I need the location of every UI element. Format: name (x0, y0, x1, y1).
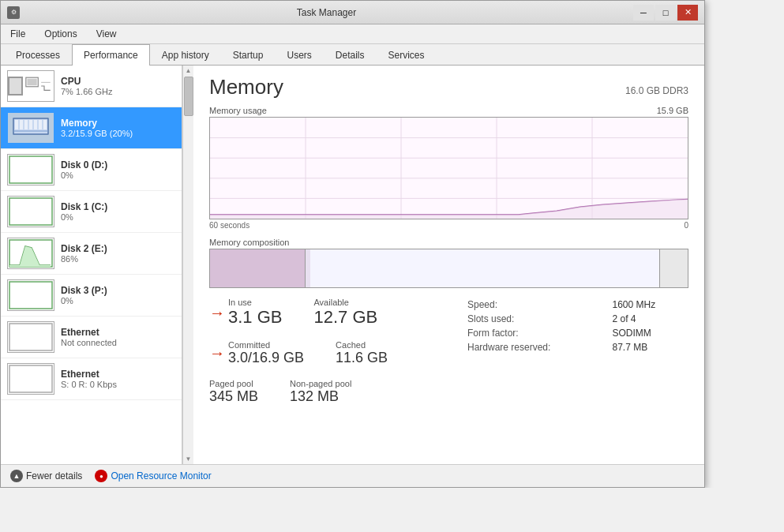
menu-view[interactable]: View (93, 27, 120, 41)
stats-left: → In use 3.1 GB Available 12.7 GB (209, 298, 467, 413)
stat-paged-pool: Paged pool 345 MB (209, 379, 258, 405)
memory-sub: 3.2/15.9 GB (20%) (61, 129, 175, 138)
disk1-icon (7, 196, 54, 227)
tab-users[interactable]: Users (275, 44, 323, 66)
tab-startup[interactable]: Startup (221, 44, 276, 66)
content-title: Memory (209, 75, 283, 99)
open-monitor-label: Open Resource Monitor (111, 470, 211, 481)
available-label: Available (313, 298, 377, 307)
eth0-label: Ethernet (61, 327, 175, 338)
maximize-button[interactable]: □ (655, 5, 676, 21)
right-stats-table: Speed: 1600 MHz Slots used: 2 of 4 Form … (467, 298, 688, 354)
arrow-in-use-icon: → (209, 304, 225, 322)
window-controls: ─ □ ✕ (633, 5, 698, 21)
scrollbar-thumb[interactable] (184, 77, 193, 116)
paged-pool-label: Paged pool (209, 379, 258, 388)
svg-rect-14 (9, 198, 52, 225)
composition-label: Memory composition (209, 238, 688, 247)
svg-rect-11 (39, 120, 42, 129)
close-button[interactable]: ✕ (677, 5, 698, 21)
sidebar-item-cpu[interactable]: CPU 7% 1.66 GHz (1, 66, 182, 107)
form-val: SODIMM (602, 326, 688, 340)
svg-rect-18 (9, 324, 52, 350)
sidebar-item-ethernet0[interactable]: Ethernet Not connected (1, 317, 182, 358)
time-left: 60 seconds (209, 221, 249, 230)
content-spec: 16.0 GB DDR3 (625, 85, 688, 96)
sidebar-item-disk2[interactable]: Disk 2 (E:) 86% (1, 233, 182, 275)
cached-value: 11.6 GB (336, 350, 388, 366)
stats-right: Speed: 1600 MHz Slots used: 2 of 4 Form … (467, 298, 688, 413)
window-title: Task Manager (20, 7, 633, 18)
title-bar: ⚙ Task Manager ─ □ ✕ (1, 1, 704, 24)
tab-details[interactable]: Details (324, 44, 377, 66)
tab-services[interactable]: Services (377, 44, 437, 66)
disk2-label: Disk 2 (E:) (61, 243, 175, 254)
task-manager-window: ⚙ Task Manager ─ □ ✕ File Options View P… (0, 0, 705, 488)
sidebar-scrollbar[interactable]: ▲ ▼ (182, 66, 193, 464)
svg-rect-17 (9, 282, 52, 309)
comp-free (659, 249, 688, 287)
stat-in-use: → In use 3.1 GB (209, 298, 282, 328)
stat-committed: → Committed 3.0/16.9 GB (209, 340, 304, 366)
fewer-details-label: Fewer details (26, 470, 82, 481)
disk2-sub: 86% (61, 254, 175, 264)
resource-monitor-icon: ● (95, 470, 107, 482)
committed-value: 3.0/16.9 GB (228, 350, 304, 366)
svg-rect-10 (34, 120, 37, 129)
slots-key: Slots used: (467, 312, 602, 326)
cpu-sub: 7% 1.66 GHz (61, 87, 175, 96)
tabs-bar: Processes Performance App history Startu… (1, 44, 704, 66)
svg-rect-6 (15, 120, 18, 129)
disk3-label: Disk 3 (P:) (61, 285, 175, 296)
svg-marker-28 (210, 199, 688, 219)
content-area: Memory 16.0 GB DDR3 Memory usage 15.9 GB (193, 66, 704, 464)
tab-processes[interactable]: Processes (4, 44, 72, 66)
usage-chart (209, 117, 688, 219)
usage-label: Memory usage (209, 106, 267, 115)
sidebar-item-disk1[interactable]: Disk 1 (C:) 0% (1, 191, 182, 233)
time-right: 0 (684, 221, 688, 230)
stat-row-form: Form factor: SODIMM (467, 326, 688, 340)
stat-non-paged-pool: Non-paged pool 132 MB (290, 379, 351, 405)
svg-rect-9 (29, 120, 32, 129)
open-resource-monitor-link[interactable]: ● Open Resource Monitor (95, 470, 211, 482)
speed-key: Speed: (467, 298, 602, 312)
composition-chart (209, 249, 688, 288)
minimize-button[interactable]: ─ (633, 5, 654, 21)
scroll-down-arrow[interactable]: ▼ (186, 455, 192, 463)
stats-section: → In use 3.1 GB Available 12.7 GB (209, 298, 688, 413)
fewer-details-button[interactable]: ▲ Fewer details (10, 470, 82, 482)
sidebar-item-ethernet1[interactable]: Ethernet S: 0 R: 0 Kbps (1, 358, 182, 400)
paged-pool-value: 345 MB (209, 388, 258, 405)
eth1-icon (7, 363, 54, 395)
disk3-sub: 0% (61, 296, 175, 305)
sidebar-item-disk0[interactable]: Disk 0 (D:) 0% (1, 149, 182, 191)
disk0-label: Disk 0 (D:) (61, 159, 175, 170)
memory-label: Memory (61, 118, 175, 129)
eth0-sub: Not connected (61, 338, 175, 347)
comp-standby (310, 249, 659, 287)
sidebar-item-memory[interactable]: Memory 3.2/15.9 GB (20%) (1, 107, 182, 149)
sidebar: CPU 7% 1.66 GHz (1, 66, 182, 464)
usage-chart-section: Memory usage 15.9 GB (209, 106, 688, 231)
non-paged-value: 132 MB (290, 388, 351, 405)
disk0-sub: 0% (61, 170, 175, 180)
tab-performance[interactable]: Performance (72, 44, 150, 66)
sidebar-item-disk3[interactable]: Disk 3 (P:) 0% (1, 275, 182, 317)
menu-options[interactable]: Options (41, 27, 80, 41)
disk3-icon (7, 279, 54, 311)
scroll-up-arrow[interactable]: ▲ (186, 67, 192, 74)
disk0-icon (7, 154, 54, 185)
tab-app-history[interactable]: App history (150, 44, 221, 66)
menu-file[interactable]: File (7, 27, 28, 41)
disk1-sub: 0% (61, 212, 175, 222)
eth1-label: Ethernet (61, 369, 175, 380)
app-icon: ⚙ (7, 6, 20, 19)
chart-time-labels: 60 seconds 0 (209, 219, 688, 231)
non-paged-label: Non-paged pool (290, 379, 351, 388)
speed-val: 1600 MHz (602, 298, 688, 312)
cpu-icon (7, 70, 54, 102)
available-value: 12.7 GB (313, 307, 377, 328)
svg-rect-19 (9, 365, 52, 392)
stat-available: Available 12.7 GB (313, 298, 377, 328)
